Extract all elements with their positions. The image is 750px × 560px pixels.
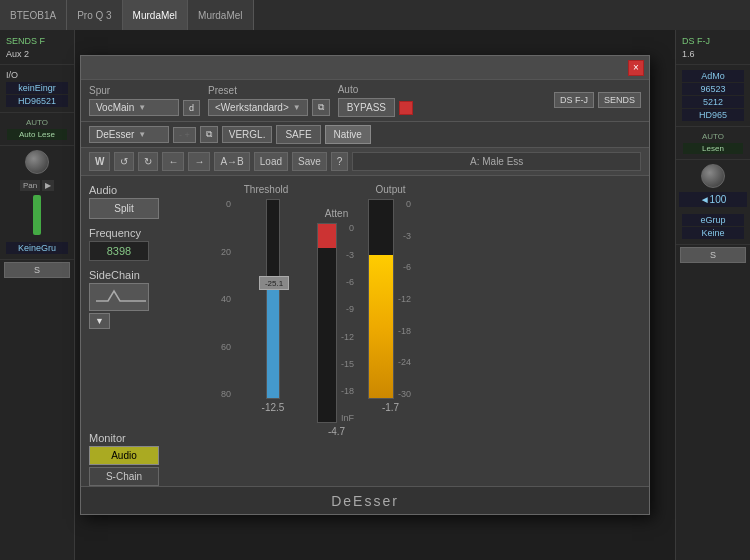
right-sends-section: DS F-J 1.6 bbox=[676, 30, 750, 65]
right-auto-section: AUTO Lesen bbox=[676, 127, 750, 160]
top-controls-row1: Spur VocMain ▼ d Preset <Werkstandard> ▼ bbox=[81, 80, 649, 122]
threshold-scale: 0 20 40 60 80 bbox=[219, 199, 233, 399]
right-io-number1: 96523 bbox=[682, 83, 744, 95]
record-indicator bbox=[399, 101, 413, 115]
schain-monitor-button[interactable]: S-Chain bbox=[89, 467, 159, 486]
preset-dropdown[interactable]: <Werkstandard> ▼ bbox=[208, 99, 308, 116]
audio-label: Audio bbox=[89, 184, 209, 196]
left-pan-arrow: ▶ bbox=[42, 180, 54, 191]
spur-d-button[interactable]: d bbox=[183, 100, 200, 116]
threshold-track[interactable]: -25.1 bbox=[266, 199, 280, 399]
left-io-label: I/O bbox=[4, 69, 70, 81]
left-pan-label: Pan bbox=[20, 180, 40, 191]
right-io-value: AdMo bbox=[682, 70, 744, 82]
atten-column: Atten 0 -3 -6 -9 -12 bbox=[317, 208, 356, 437]
left-auto-section: AUTO Auto Lese bbox=[0, 113, 74, 146]
sidechain-button[interactable] bbox=[89, 283, 149, 311]
right-s-button[interactable]: S bbox=[680, 247, 746, 263]
threshold-slider[interactable]: -25.1 -12.5 bbox=[233, 199, 313, 413]
copy-preset-button[interactable]: ⧉ bbox=[312, 99, 330, 116]
track-header-bar: BTEOB1A Pro Q 3 MurdaMel MurdaMel bbox=[0, 0, 750, 30]
left-sends-section: SENDS F Aux 2 bbox=[0, 30, 74, 65]
threshold-label: Threshold bbox=[244, 184, 288, 195]
back-button[interactable]: ← bbox=[162, 152, 184, 171]
sidechain-label: SideChain bbox=[89, 269, 209, 281]
sidechain-down-button[interactable]: ▼ bbox=[89, 313, 110, 329]
deesser-dropdown[interactable]: DeEsser ▼ bbox=[89, 126, 169, 143]
plugin-name-label: DeEsser bbox=[331, 493, 399, 509]
output-column: Output 0 -3 -6 bbox=[368, 184, 413, 413]
atten-fill bbox=[318, 224, 336, 248]
right-group1: eGrup bbox=[682, 214, 744, 226]
right-100-value: ◄100 bbox=[679, 192, 747, 207]
left-io-value: keinEingr bbox=[6, 82, 68, 94]
bypass-button[interactable]: BYPASS bbox=[338, 98, 395, 117]
ab-button[interactable]: A→B bbox=[214, 152, 249, 171]
plugin-body: Audio Split Frequency 8398 SideChain ▼ bbox=[81, 176, 649, 494]
deesser-arrow-icon: ▼ bbox=[138, 130, 146, 139]
track-tab-2[interactable]: Pro Q 3 bbox=[67, 0, 122, 30]
meters-area: Threshold 0 20 40 60 80 bbox=[219, 184, 641, 486]
vergl-button[interactable]: VERGL. bbox=[222, 126, 273, 143]
sidechain-curve-icon bbox=[96, 287, 146, 305]
atten-bottom-value: -4.7 bbox=[328, 426, 345, 437]
waves-logo-btn[interactable]: W bbox=[89, 152, 110, 171]
plugin-titlebar: × bbox=[81, 56, 649, 80]
left-fader[interactable] bbox=[33, 195, 41, 235]
help-button[interactable]: ? bbox=[331, 152, 349, 171]
dash-btn: - + bbox=[173, 127, 196, 143]
daw-background: BTEOB1A Pro Q 3 MurdaMel MurdaMel SENDS … bbox=[0, 0, 750, 560]
split-button[interactable]: Split bbox=[89, 198, 159, 219]
output-fill bbox=[369, 255, 393, 398]
preset-arrow-icon: ▼ bbox=[293, 103, 301, 112]
left-s-button[interactable]: S bbox=[4, 262, 70, 278]
output-bottom-value: -1.7 bbox=[382, 402, 399, 413]
threshold-bottom-value: -12.5 bbox=[262, 402, 285, 413]
right-pan-knob[interactable] bbox=[701, 164, 725, 188]
redo-button[interactable]: ↻ bbox=[138, 152, 158, 171]
right-io-section: AdMo 96523 5212 HD965 bbox=[676, 65, 750, 127]
atten-label: Atten bbox=[325, 208, 348, 219]
right-sends-label: DS F-J bbox=[680, 34, 746, 48]
left-pan-knob[interactable] bbox=[25, 150, 49, 174]
output-meter bbox=[368, 199, 394, 399]
right-auto-label: AUTO bbox=[680, 131, 746, 142]
spur-dropdown[interactable]: VocMain ▼ bbox=[89, 99, 179, 116]
threshold-handle[interactable]: -25.1 bbox=[259, 276, 289, 290]
spur-label: Spur bbox=[89, 85, 200, 96]
close-button[interactable]: × bbox=[628, 60, 644, 76]
right-group2: Keine bbox=[682, 227, 744, 239]
preset-name-display: A: Male Ess bbox=[352, 152, 641, 171]
right-aux-value: 1.6 bbox=[680, 48, 746, 60]
atten-scale: 0 -3 -6 -9 -12 -15 -18 InF bbox=[339, 223, 356, 423]
right-io-number3: HD965 bbox=[682, 109, 744, 121]
save-button[interactable]: Save bbox=[292, 152, 327, 171]
center-panel: Threshold 0 20 40 60 80 bbox=[219, 184, 641, 486]
ds-f-j-label: DS F-J bbox=[554, 92, 594, 108]
preset-label: Preset bbox=[208, 85, 330, 96]
forward-button[interactable]: → bbox=[188, 152, 210, 171]
atten-meter bbox=[317, 223, 337, 423]
right-channel-strip: DS F-J 1.6 AdMo 96523 5212 HD965 AUTO Le… bbox=[675, 30, 750, 560]
audio-monitor-button[interactable]: Audio bbox=[89, 446, 159, 465]
load-button[interactable]: Load bbox=[254, 152, 288, 171]
monitor-section: Monitor Audio S-Chain bbox=[89, 432, 209, 486]
monitor-label: Monitor bbox=[89, 432, 209, 444]
track-tab-3[interactable]: MurdaMel bbox=[123, 0, 188, 30]
track-tab-1[interactable]: BTEOB1A bbox=[0, 0, 67, 30]
undo-button[interactable]: ↺ bbox=[114, 152, 134, 171]
right-group-section: eGrup Keine bbox=[676, 209, 750, 245]
sends-label-r: SENDS bbox=[598, 92, 641, 108]
safe-button[interactable]: SAFE bbox=[276, 125, 320, 144]
plugin-footer: DeEsser bbox=[81, 486, 649, 514]
plugin-window: × Spur VocMain ▼ d Preset <Werkstandard> bbox=[80, 55, 650, 515]
left-channel-strip: SENDS F Aux 2 I/O keinEingr HD96521 AUTO… bbox=[0, 30, 75, 560]
left-io-section: I/O keinEingr HD96521 bbox=[0, 65, 74, 113]
native-button[interactable]: Native bbox=[325, 125, 371, 144]
left-group-label: KeineGru bbox=[6, 242, 68, 254]
output-label: Output bbox=[376, 184, 406, 195]
track-tab-4[interactable]: MurdaMel bbox=[188, 0, 253, 30]
toolbar-row: W ↺ ↻ ← → A→B Load Save ? A: Male Ess bbox=[81, 148, 649, 176]
spur-group: Spur VocMain ▼ d bbox=[89, 85, 200, 116]
copy-plugin-button[interactable]: ⧉ bbox=[200, 126, 218, 143]
